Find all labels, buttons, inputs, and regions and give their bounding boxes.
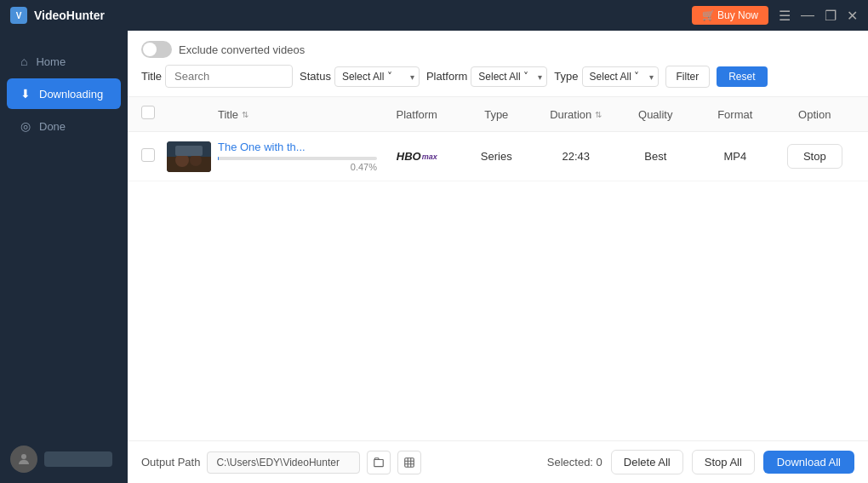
row-checkbox-cell [141, 148, 167, 165]
downloading-icon: ⬇ [20, 87, 31, 101]
toolbar: Exclude converted videos Title Status Se… [128, 31, 868, 97]
sidebar-item-home[interactable]: ⌂ Home [7, 46, 121, 77]
search-input[interactable] [165, 65, 293, 88]
sidebar-nav: ⌂ Home ⬇ Downloading ◎ Done [0, 31, 128, 435]
thumbnail [167, 141, 211, 172]
svg-rect-5 [175, 146, 203, 156]
app-name: VideoHunter [34, 9, 105, 22]
table-row: The One with th... 0.47% HBO max Series [128, 132, 868, 181]
table-body: The One with th... 0.47% HBO max Series [128, 132, 868, 440]
col-title: Title ⇅ [218, 108, 377, 121]
open-folder-button[interactable] [397, 451, 421, 474]
col-option: Option [775, 108, 855, 121]
browse-folder-button[interactable] [367, 451, 391, 474]
progress-fill [218, 157, 219, 160]
sidebar: ⌂ Home ⬇ Downloading ◎ Done [0, 31, 128, 483]
output-path-label: Output Path [141, 456, 200, 469]
type-filter-label: Type [554, 70, 578, 83]
filter-button[interactable]: Filter [665, 66, 711, 88]
platform-filter-group: Platform Select All ˅ YouTube Netflix HB… [426, 66, 547, 87]
sidebar-item-downloading-label: Downloading [39, 88, 103, 101]
window-controls: 🛒 Buy Now ☰ — ❐ ✕ [692, 6, 858, 25]
row-checkbox[interactable] [141, 148, 155, 162]
close-icon[interactable]: ✕ [847, 8, 858, 24]
output-path-input[interactable] [207, 451, 360, 474]
svg-rect-6 [405, 457, 414, 467]
title-filter-label: Title [141, 70, 162, 83]
header-checkbox[interactable] [141, 106, 155, 119]
home-icon: ⌂ [20, 55, 27, 68]
delete-all-button[interactable]: Delete All [611, 450, 683, 474]
footer: Output Path Selected: 0 Delete All Stop … [128, 440, 868, 483]
row-format-cell: MP4 [695, 150, 775, 163]
sidebar-item-done-label: Done [39, 120, 66, 133]
row-duration-cell: 22:43 [536, 150, 616, 163]
status-select[interactable]: Select All ˅ Downloading Queued Paused E… [334, 66, 420, 87]
type-select-wrapper: Select All ˅ Video Audio Series [582, 66, 659, 87]
sidebar-item-downloading[interactable]: ⬇ Downloading [7, 78, 121, 109]
duration-sort-icon[interactable]: ⇅ [595, 110, 602, 119]
done-icon: ◎ [20, 119, 31, 133]
col-format: Format [695, 108, 775, 121]
row-progress: 0.47% [218, 157, 377, 172]
row-platform-cell: HBO max [377, 150, 457, 163]
status-filter-label: Status [300, 70, 331, 83]
sidebar-item-done[interactable]: ◎ Done [7, 111, 121, 141]
col-type: Type [457, 108, 537, 121]
main-content: Exclude converted videos Title Status Se… [128, 31, 868, 483]
footer-left: Output Path [141, 451, 421, 474]
svg-point-0 [21, 454, 26, 459]
row-quality-cell: Best [616, 150, 696, 163]
toggle-knob [143, 43, 157, 56]
table-header: Title ⇅ Platform Type Duration ⇅ Quality… [128, 97, 868, 132]
stop-button[interactable]: Stop [787, 144, 842, 169]
row-option-cell: Stop [775, 144, 855, 169]
menu-icon[interactable]: ☰ [779, 8, 791, 24]
svg-rect-2 [167, 157, 211, 172]
row-title-cell: The One with th... 0.47% [218, 141, 377, 172]
buy-now-button[interactable]: 🛒 Buy Now [692, 6, 768, 25]
footer-right: Selected: 0 Delete All Stop All Download… [547, 450, 854, 474]
col-duration: Duration ⇅ [536, 108, 616, 121]
sidebar-item-home-label: Home [36, 55, 66, 68]
platform-select[interactable]: Select All ˅ YouTube Netflix HBO Max Vim… [471, 66, 547, 87]
username-placeholder [44, 451, 112, 467]
avatar [10, 446, 37, 473]
download-all-button[interactable]: Download All [763, 451, 854, 474]
status-select-wrapper: Select All ˅ Downloading Queued Paused E… [334, 66, 420, 87]
reset-button[interactable]: Reset [717, 66, 767, 87]
title-bar: V VideoHunter 🛒 Buy Now ☰ — ❐ ✕ [0, 0, 868, 31]
title-filter-group: Title [141, 65, 293, 88]
exclude-toggle[interactable] [141, 41, 172, 58]
progress-bar [218, 157, 377, 160]
row-thumbnail-cell [167, 141, 218, 172]
svg-point-4 [190, 154, 202, 166]
col-platform: Platform [377, 108, 457, 121]
hbomax-logo: HBO max [397, 150, 437, 163]
title-sort-icon[interactable]: ⇅ [242, 110, 248, 119]
sidebar-footer [0, 435, 128, 483]
progress-percent: 0.47% [218, 162, 377, 172]
type-filter-group: Type Select All ˅ Video Audio Series [554, 66, 658, 87]
minimize-icon[interactable]: — [801, 8, 814, 23]
row-title-text: The One with th... [218, 141, 377, 153]
exclude-label: Exclude converted videos [179, 43, 305, 56]
platform-filter-label: Platform [426, 70, 467, 83]
status-filter-group: Status Select All ˅ Downloading Queued P… [300, 66, 420, 87]
col-quality: Quality [616, 108, 696, 121]
stop-all-button[interactable]: Stop All [692, 450, 755, 474]
app-body: ⌂ Home ⬇ Downloading ◎ Done [0, 31, 868, 483]
app-logo: V [10, 7, 27, 24]
platform-select-wrapper: Select All ˅ YouTube Netflix HBO Max Vim… [471, 66, 547, 87]
maximize-icon[interactable]: ❐ [825, 8, 837, 24]
selected-count: Selected: 0 [547, 456, 602, 469]
row-type-cell: Series [457, 150, 537, 163]
type-select[interactable]: Select All ˅ Video Audio Series [582, 66, 659, 87]
